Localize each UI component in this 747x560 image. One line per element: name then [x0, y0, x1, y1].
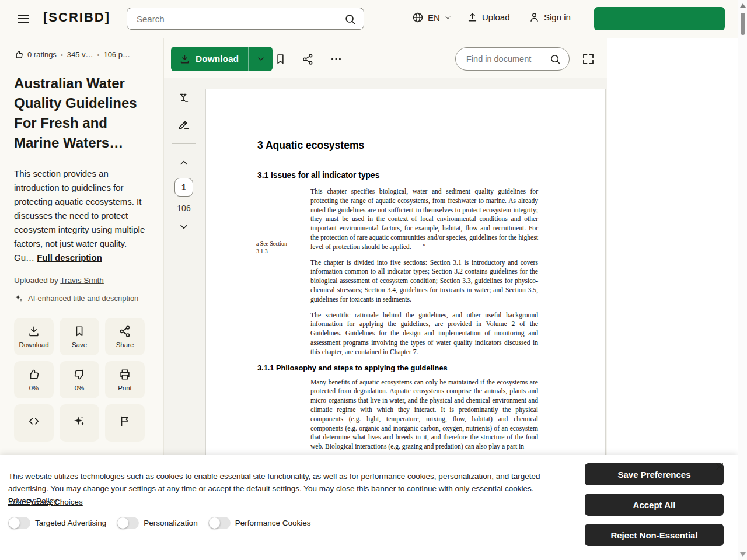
- upload-button[interactable]: Upload: [467, 12, 510, 23]
- uploaded-by-label: Uploaded by: [14, 276, 60, 285]
- scroll-down-arrow-icon[interactable]: [740, 552, 746, 556]
- targeted-advertising-toggle[interactable]: [8, 517, 30, 529]
- viewer-toolbar: Download: [164, 38, 607, 78]
- divider: [172, 144, 196, 144]
- chevron-up-icon: [178, 157, 190, 169]
- header-cta-button[interactable]: [594, 7, 725, 30]
- ai-enhanced-note: AI-enhanced title and description: [14, 293, 148, 303]
- body-text: Many benefits of aquatic ecosystems can …: [310, 378, 538, 452]
- rate-up-tile[interactable]: 0%: [14, 361, 54, 398]
- find-input[interactable]: [466, 48, 545, 70]
- privacy-choices-link[interactable]: Your Privacy Choices: [8, 498, 83, 506]
- language-label: EN: [428, 13, 440, 23]
- toggle-label: Targeted Advertising: [35, 519, 106, 527]
- download-split-button: Download: [171, 47, 273, 71]
- person-icon: [529, 12, 540, 23]
- tile-label: 0%: [75, 384, 85, 391]
- search-input[interactable]: [137, 8, 341, 29]
- download-icon: [179, 54, 190, 65]
- thumbs-up-icon: [27, 368, 40, 381]
- full-description-link[interactable]: Full description: [37, 253, 102, 262]
- download-button[interactable]: Download: [171, 47, 248, 71]
- cookie-toggles: Targeted Advertising Personalization Per…: [8, 517, 310, 529]
- scroll-up-arrow-icon[interactable]: [740, 4, 746, 8]
- top-header: [SCRIBD] EN Upload Sign in: [0, 0, 738, 37]
- pages-count: 106 p…: [103, 50, 130, 59]
- fullscreen-button[interactable]: [581, 51, 598, 67]
- search-icon[interactable]: [549, 53, 561, 65]
- save-tile[interactable]: Save: [60, 318, 99, 355]
- separator-dot: •: [97, 51, 100, 58]
- tile-label: Download: [19, 341, 48, 348]
- toggle-knob: [117, 517, 128, 528]
- ratings-count: 0 ratings: [27, 50, 57, 59]
- previous-page-button[interactable]: [178, 157, 190, 169]
- embed-icon: [27, 415, 40, 428]
- footnote-marker: a: [423, 242, 426, 247]
- description-text: This section provides an introduction to…: [14, 169, 145, 262]
- toggle-label: Personalization: [144, 519, 197, 527]
- embed-tile[interactable]: [14, 404, 54, 442]
- paragraph: The scientific rationale behind the guid…: [310, 311, 538, 357]
- chapter-heading: 3 Aquatic ecosystems: [257, 139, 537, 152]
- flag-icon: [118, 415, 131, 428]
- scrollbar-thumb[interactable]: [741, 13, 745, 35]
- views-count: 345 v…: [67, 50, 93, 59]
- menu-button[interactable]: [16, 10, 33, 27]
- share-icon: [118, 325, 131, 338]
- tile-label: Save: [72, 341, 87, 348]
- uploaded-by: Uploaded by Travis Smith: [14, 276, 148, 285]
- download-tile[interactable]: Download: [14, 318, 54, 355]
- performance-cookies-toggle[interactable]: [208, 517, 231, 529]
- chevron-down-icon: [444, 14, 452, 22]
- globe-icon: [412, 12, 424, 23]
- close-banner-button[interactable]: [714, 461, 726, 473]
- print-tile[interactable]: Print: [105, 361, 145, 398]
- ai-tools-tile[interactable]: [60, 404, 99, 442]
- reject-non-essential-button[interactable]: Reject Non-Essential: [585, 524, 724, 546]
- more-options-button[interactable]: [328, 51, 344, 67]
- chevron-down-icon: [178, 221, 190, 233]
- upload-label: Upload: [482, 12, 510, 22]
- section-heading: 3.1 Issues for all indicator types: [257, 171, 537, 180]
- bookmark-icon: [274, 53, 287, 65]
- accept-all-button[interactable]: Accept All: [585, 494, 724, 516]
- sign-in-button[interactable]: Sign in: [529, 12, 571, 23]
- find-in-document: [455, 47, 570, 71]
- share-tile[interactable]: Share: [105, 318, 145, 355]
- save-preferences-button[interactable]: Save Preferences: [585, 463, 724, 485]
- page-scrollbar[interactable]: [738, 0, 747, 560]
- performance-cookies-group: Performance Cookies: [208, 517, 311, 529]
- search-icon[interactable]: [344, 13, 357, 26]
- pencil-icon: [177, 118, 190, 131]
- select-text-icon: [177, 92, 190, 105]
- rate-down-tile[interactable]: 0%: [60, 361, 99, 398]
- next-page-button[interactable]: [178, 221, 190, 233]
- save-document-button[interactable]: [272, 51, 288, 67]
- sign-in-label: Sign in: [544, 12, 571, 22]
- paragraph: Many benefits of aquatic ecosystems can …: [310, 378, 538, 452]
- tile-label: Print: [118, 384, 132, 391]
- report-tile[interactable]: [105, 404, 145, 442]
- chevron-down-icon: [256, 54, 266, 64]
- paragraph: The chapter is divided into five section…: [310, 258, 538, 304]
- share-document-button[interactable]: [299, 51, 316, 67]
- uploader-link[interactable]: Travis Smith: [60, 276, 104, 285]
- document-meta: 0 ratings • 345 v… • 106 p…: [14, 50, 148, 60]
- annotate-button[interactable]: [177, 118, 190, 131]
- site-search: [127, 8, 364, 30]
- targeted-advertising-group: Targeted Advertising: [8, 517, 106, 529]
- select-text-button[interactable]: [177, 92, 190, 105]
- personalization-group: Personalization: [117, 517, 197, 529]
- document-title: Australian Water Quality Guidelines For …: [14, 74, 148, 153]
- current-page-input[interactable]: [174, 178, 193, 197]
- ellipsis-icon: [330, 52, 343, 65]
- personalization-toggle[interactable]: [117, 517, 139, 529]
- cookie-message-text: This website utilizes technologies such …: [8, 472, 540, 493]
- download-options-button[interactable]: [248, 47, 273, 71]
- paragraph: This chapter specifies biological, water…: [310, 187, 538, 252]
- fullscreen-icon: [581, 52, 595, 66]
- tile-label: Share: [116, 341, 134, 348]
- thumbs-down-icon: [73, 368, 86, 381]
- language-selector[interactable]: EN: [412, 12, 452, 23]
